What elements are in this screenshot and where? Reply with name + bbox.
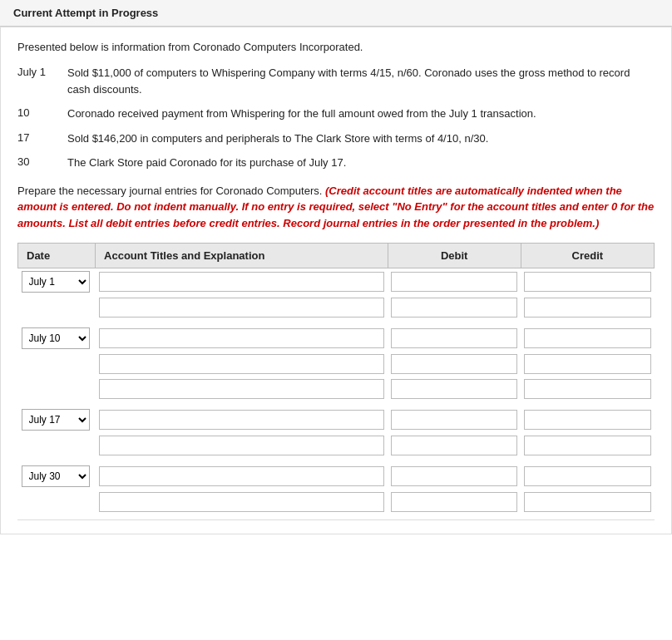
- content-area: Presented below is information from Coro…: [0, 27, 672, 534]
- entry2-account2-input[interactable]: [99, 354, 384, 374]
- entry2-credit3-cell: [521, 377, 654, 401]
- entry3-debit1-input[interactable]: [391, 410, 517, 430]
- entry2-date-cell: July 1 July 10 July 17 July 30: [18, 325, 96, 352]
- transaction-row-3: 17 Sold $146,200 in computers and periph…: [17, 130, 655, 147]
- trans-date-1: July 1: [17, 65, 67, 78]
- col-header-credit: Credit: [521, 244, 654, 268]
- entry1-date-cell: July 1 July 10 July 17 July 30: [18, 268, 96, 296]
- entry2-debit3-cell: [388, 377, 521, 401]
- entry4-credit1-input[interactable]: [524, 466, 650, 486]
- trans-date-2: 10: [17, 106, 67, 119]
- entry3-account2-input[interactable]: [99, 436, 384, 455]
- entry4-credit2-cell: [521, 490, 654, 514]
- entry1-credit1-cell: [521, 268, 654, 296]
- transaction-list: July 1 Sold $11,000 of computers to Whis…: [17, 65, 655, 171]
- entry3-row2: [18, 433, 655, 458]
- entry2-credit3-input[interactable]: [524, 379, 650, 399]
- entry4-account2-cell: [96, 490, 388, 514]
- entry3-account2-cell: [96, 433, 388, 458]
- entry4-account1-cell: [96, 463, 388, 490]
- entry2-credit1-input[interactable]: [524, 328, 650, 348]
- col-header-date: Date: [18, 244, 96, 268]
- entry3-account1-cell: [96, 406, 388, 433]
- entry2-account3-cell: [96, 377, 388, 401]
- entry1-row2: [18, 295, 655, 320]
- entry3-row2-date-spacer: [18, 433, 96, 458]
- entry4-credit1-cell: [521, 463, 654, 490]
- entry2-account1-cell: [96, 325, 388, 352]
- entry1-debit2-cell: [388, 295, 521, 320]
- entry1-credit2-input[interactable]: [524, 298, 650, 318]
- entry2-debit2-cell: [388, 352, 521, 377]
- entry2-debit2-input[interactable]: [391, 354, 517, 374]
- entry1-account1-cell: [96, 268, 388, 296]
- trans-desc-3: Sold $146,200 in computers and periphera…: [67, 130, 655, 147]
- entry2-date-select[interactable]: July 1 July 10 July 17 July 30: [22, 327, 90, 349]
- entry2-row2-date-spacer: [18, 352, 96, 377]
- entry2-row1: July 1 July 10 July 17 July 30: [18, 325, 655, 352]
- entry2-debit1-input[interactable]: [391, 328, 517, 348]
- trans-date-3: 17: [17, 130, 67, 144]
- entry1-debit1-input[interactable]: [391, 272, 517, 292]
- entry1-debit1-cell: [388, 268, 521, 296]
- entry1-row2-date-spacer: [18, 295, 96, 320]
- entry1-credit2-cell: [521, 295, 654, 320]
- page-wrapper: Current Attempt in Progress Presented be…: [0, 0, 672, 640]
- entry3-credit1-input[interactable]: [524, 410, 650, 430]
- entry2-debit3-input[interactable]: [391, 379, 517, 399]
- entry4-date-cell: July 1 July 10 July 17 July 30: [18, 463, 96, 490]
- entry3-debit2-input[interactable]: [391, 436, 517, 455]
- entry2-account2-cell: [96, 352, 388, 377]
- entry3-debit1-cell: [388, 406, 521, 433]
- entry1-debit2-input[interactable]: [391, 298, 517, 318]
- entry2-account1-input[interactable]: [99, 328, 384, 348]
- entry2-row2: [18, 352, 655, 377]
- trans-date-4: 30: [17, 155, 67, 168]
- instructions-text: Prepare the necessary journal entries fo…: [17, 183, 655, 232]
- page-header: Current Attempt in Progress: [0, 0, 672, 27]
- entry4-date-select[interactable]: July 1 July 10 July 17 July 30: [22, 465, 90, 487]
- intro-text: Presented below is information from Coro…: [17, 41, 655, 53]
- entry1-date-select[interactable]: July 1 July 10 July 17 July 30: [22, 271, 90, 293]
- entry4-account1-input[interactable]: [99, 466, 384, 486]
- transaction-row-1: July 1 Sold $11,000 of computers to Whis…: [17, 65, 655, 97]
- entry4-row2-date-spacer: [18, 490, 96, 514]
- entry3-credit1-cell: [521, 406, 654, 433]
- entry2-credit2-input[interactable]: [524, 354, 650, 374]
- instructions-prefix: Prepare the necessary journal entries fo…: [17, 185, 325, 197]
- entry2-debit1-cell: [388, 325, 521, 352]
- transaction-row-4: 30 The Clark Store paid Coronado for its…: [17, 155, 655, 171]
- entry3-debit2-cell: [388, 433, 521, 458]
- trans-desc-2: Coronado received payment from Whisperin…: [67, 106, 655, 122]
- entry4-debit1-cell: [388, 463, 521, 490]
- journal-table: Date Account Titles and Explanation Debi…: [17, 243, 655, 519]
- entry3-credit2-input[interactable]: [524, 436, 650, 455]
- trans-desc-4: The Clark Store paid Coronado for its pu…: [67, 155, 655, 171]
- page-title: Current Attempt in Progress: [13, 7, 158, 19]
- entry1-account1-input[interactable]: [99, 272, 384, 292]
- entry1-credit1-input[interactable]: [524, 272, 650, 292]
- entry1-account2-cell: [96, 295, 388, 320]
- entry3-date-select[interactable]: July 1 July 10 July 17 July 30: [22, 409, 90, 431]
- entry3-date-cell: July 1 July 10 July 17 July 30: [18, 406, 96, 433]
- trans-desc-1: Sold $11,000 of computers to Whispering …: [67, 65, 655, 97]
- entry1-row1: July 1 July 10 July 17 July 30: [18, 268, 655, 296]
- col-header-debit: Debit: [388, 244, 521, 268]
- entry2-account3-input[interactable]: [99, 379, 384, 399]
- entry3-credit2-cell: [521, 433, 654, 458]
- entry4-credit2-input[interactable]: [524, 492, 650, 512]
- bottom-divider: [17, 519, 655, 520]
- col-header-account: Account Titles and Explanation: [96, 244, 388, 268]
- entry2-row3: [18, 377, 655, 401]
- entry1-account2-input[interactable]: [99, 298, 384, 318]
- entry4-account2-input[interactable]: [99, 492, 384, 512]
- transaction-row-2: 10 Coronado received payment from Whispe…: [17, 106, 655, 122]
- entry3-account1-input[interactable]: [99, 410, 384, 430]
- entry4-debit2-cell: [388, 490, 521, 514]
- entry2-row3-date-spacer: [18, 377, 96, 401]
- entry4-debit1-input[interactable]: [391, 466, 517, 486]
- entry4-row2: [18, 490, 655, 514]
- entry4-row1: July 1 July 10 July 17 July 30: [18, 463, 655, 490]
- entry4-debit2-input[interactable]: [391, 492, 517, 512]
- entry2-credit1-cell: [521, 325, 654, 352]
